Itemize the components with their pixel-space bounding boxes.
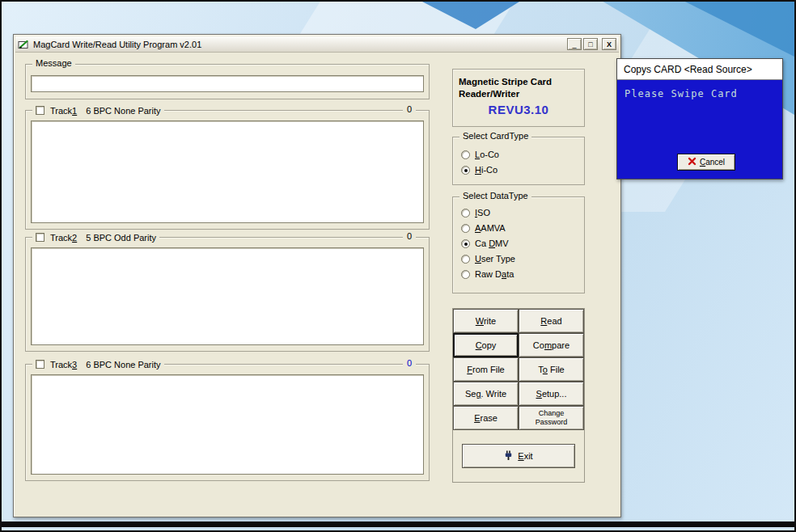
track1-data-area[interactable] — [31, 120, 424, 223]
track2-checkbox[interactable] — [36, 233, 44, 242]
copy-card-dialog: Copys CARD <Read Source> Please Swipe Ca… — [616, 58, 783, 179]
copy-button[interactable]: Copy — [453, 333, 519, 357]
window-titlebar[interactable]: MagCard Write/Read Utility Program v2.01… — [15, 36, 619, 53]
device-panel: Magnetic Stripe Card Reader/Writer REVU3… — [452, 69, 585, 127]
radio-label: Hi-Co — [475, 165, 498, 175]
from-file-button[interactable]: From File — [453, 357, 519, 382]
radio-lo-co[interactable]: Lo-Co — [461, 148, 584, 161]
cancel-label: Cancel — [700, 158, 725, 167]
to-file-button[interactable]: To File — [519, 357, 584, 382]
message-label: Message — [32, 58, 75, 68]
app-icon — [18, 40, 29, 49]
radio-label: User Type — [475, 254, 515, 264]
radio-label: Ca DMV — [475, 239, 509, 248]
radio-indicator — [461, 270, 470, 279]
track3-count: 0 — [403, 358, 416, 368]
close-button[interactable]: X — [602, 38, 616, 50]
track1-header: Track1 6 BPC None Parity — [32, 104, 164, 116]
radio-label: ISO — [475, 208, 490, 217]
cancel-x-icon — [688, 157, 696, 167]
track3-data-area[interactable] — [31, 374, 424, 475]
exit-icon — [504, 450, 513, 462]
track2-group: Track2 5 BPC Odd Parity 0 — [25, 237, 430, 352]
track2-count: 0 — [403, 231, 416, 241]
radio-indicator — [461, 224, 470, 233]
track3-header: Track3 6 BPC None Parity — [32, 358, 164, 370]
seg-write-button[interactable]: Seg. Write — [453, 382, 519, 406]
track3-format: 6 BPC None Parity — [86, 360, 160, 369]
message-input[interactable] — [31, 75, 424, 92]
track1-checkbox[interactable] — [36, 106, 44, 115]
window-title: MagCard Write/Read Utility Program v2.01 — [33, 40, 201, 49]
track3-group: Track3 6 BPC None Parity 0 — [25, 364, 430, 481]
card-type-label: Select CardType — [459, 131, 531, 141]
track3-label: Track3 — [50, 360, 77, 369]
exit-row: Exit — [453, 430, 584, 482]
dialog-message: Please Swipe Card — [617, 80, 782, 108]
radio-label: Raw Data — [475, 269, 514, 279]
radio-user-type[interactable]: User Type — [461, 252, 584, 265]
radio-indicator — [461, 150, 470, 159]
device-firmware-version: REVU3.10 — [453, 103, 584, 116]
radio-label: AAMVA — [475, 223, 506, 233]
track1-label: Track1 — [50, 106, 77, 116]
radio-indicator — [461, 255, 470, 264]
erase-button[interactable]: Erase — [453, 406, 519, 430]
track3-checkbox[interactable] — [36, 360, 44, 369]
track2-label: Track2 — [50, 233, 77, 243]
radio-iso[interactable]: ISO — [461, 206, 584, 219]
track1-count: 0 — [403, 104, 416, 114]
window-controls: _ □ X — [567, 38, 616, 50]
maximize-button[interactable]: □ — [583, 38, 598, 50]
device-title: Magnetic Stripe Card Reader/Writer — [453, 70, 584, 100]
radio-ca-dmv[interactable]: Ca DMV — [461, 237, 584, 250]
track1-group: Track1 6 BPC None Parity 0 — [25, 110, 430, 230]
radio-indicator — [461, 166, 470, 175]
read-button[interactable]: Read — [519, 309, 584, 333]
radio-indicator — [461, 239, 470, 248]
exit-label: Exit — [518, 451, 532, 461]
radio-raw-data[interactable]: Raw Data — [461, 268, 584, 281]
desktop: MagCard Write/Read Utility Program v2.01… — [0, 0, 796, 532]
message-group: Message — [25, 64, 430, 99]
action-button-panel: Write Read Copy Compare From File To Fil… — [452, 308, 585, 483]
radio-aamva[interactable]: AAMVA — [461, 222, 584, 234]
magcard-window: MagCard Write/Read Utility Program v2.01… — [13, 34, 621, 517]
radio-hi-co[interactable]: Hi-Co — [461, 163, 584, 176]
change-password-button[interactable]: Change Password — [519, 406, 584, 430]
radio-label: Lo-Co — [475, 150, 499, 159]
track1-format: 6 BPC None Parity — [86, 106, 160, 116]
cancel-button[interactable]: Cancel — [677, 154, 735, 171]
data-type-group: Select DataType ISO AAMVA Ca DMV User Ty… — [452, 196, 585, 293]
card-type-group: Select CardType Lo-Co Hi-Co — [452, 137, 585, 185]
track2-data-area[interactable] — [31, 247, 424, 345]
setup-button[interactable]: Setup... — [519, 382, 584, 406]
compare-button[interactable]: Compare — [519, 333, 584, 357]
data-type-label: Select DataType — [459, 191, 531, 201]
minimize-button[interactable]: _ — [567, 38, 582, 50]
exit-button[interactable]: Exit — [462, 444, 575, 468]
screen-frame-bottom — [2, 521, 794, 527]
track2-format: 5 BPC Odd Parity — [86, 233, 156, 243]
write-button[interactable]: Write — [453, 309, 519, 333]
radio-indicator — [461, 209, 470, 217]
track2-header: Track2 5 BPC Odd Parity — [32, 231, 159, 243]
dialog-titlebar[interactable]: Copys CARD <Read Source> — [617, 59, 782, 80]
